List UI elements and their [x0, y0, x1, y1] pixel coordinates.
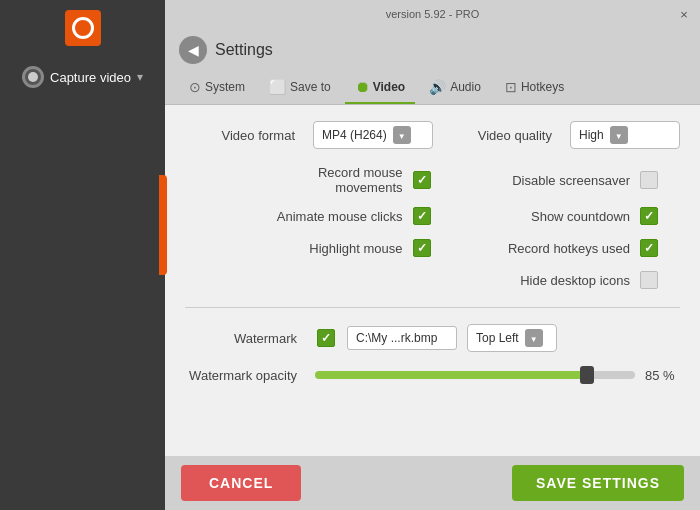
logo-circle	[72, 17, 94, 39]
option-hide-desktop-icons: Hide desktop icons	[433, 269, 681, 291]
disable-screensaver-check-icon[interactable]	[640, 171, 658, 189]
window-title: version 5.92 - PRO	[386, 8, 480, 20]
settings-panel: Video format MP4 (H264) Video quality Hi…	[165, 105, 700, 456]
main-content: version 5.92 - PRO × ◀ Settings ⊙ System…	[165, 0, 700, 510]
disable-screensaver-label: Disable screensaver	[512, 173, 630, 188]
video-quality-dropdown[interactable]: High	[570, 121, 680, 149]
video-quality-section: Video quality High	[442, 121, 680, 149]
format-label: Video format	[185, 128, 305, 143]
tab-bar: ⊙ System ⬜ Save to ⏺ Video 🔊 Audio ⊡ Hot…	[165, 72, 700, 105]
save-settings-button[interactable]: SAVE SETTINGS	[512, 465, 684, 501]
tab-video[interactable]: ⏺ Video	[345, 72, 415, 104]
watermark-position-value: Top Left	[476, 331, 519, 345]
show-countdown-check-icon[interactable]	[640, 207, 658, 225]
footer: CANCEL SAVE SETTINGS	[165, 456, 700, 510]
saveto-icon: ⬜	[269, 79, 286, 95]
animate-mouse-check-icon[interactable]	[413, 207, 431, 225]
settings-header: ◀ Settings	[165, 28, 700, 72]
system-icon: ⊙	[189, 79, 201, 95]
option-record-mouse: Record mousemovements	[185, 165, 433, 195]
close-button[interactable]: ×	[676, 6, 692, 22]
record-mouse-check-icon[interactable]	[413, 171, 431, 189]
record-hotkeys-label: Record hotkeys used	[508, 241, 630, 256]
watermark-label: Watermark	[185, 331, 305, 346]
animate-mouse-checkbox[interactable]	[411, 205, 433, 227]
option-empty-left	[185, 269, 433, 291]
watermark-checkbox[interactable]	[315, 327, 337, 349]
option-disable-screensaver: Disable screensaver	[433, 165, 681, 195]
hide-desktop-check-icon[interactable]	[640, 271, 658, 289]
tab-hotkeys-label: Hotkeys	[521, 80, 564, 94]
sidebar: Capture video ▾	[0, 0, 165, 510]
tab-save-to[interactable]: ⬜ Save to	[259, 72, 341, 104]
chevron-down-icon	[398, 130, 406, 141]
app-logo	[65, 10, 101, 46]
record-mouse-checkbox[interactable]	[411, 169, 433, 191]
settings-title: Settings	[215, 41, 273, 59]
highlight-mouse-label: Highlight mouse	[309, 241, 402, 256]
format-dropdown-arrow	[393, 126, 411, 144]
record-icon	[22, 66, 44, 88]
video-format-section: Video format MP4 (H264)	[185, 121, 433, 149]
record-hotkeys-check-icon[interactable]	[640, 239, 658, 257]
video-format-dropdown[interactable]: MP4 (H264)	[313, 121, 433, 149]
title-bar: version 5.92 - PRO ×	[165, 0, 700, 28]
opacity-label: Watermark opacity	[185, 368, 305, 383]
record-hotkeys-checkbox[interactable]	[638, 237, 660, 259]
quality-label: Video quality	[442, 128, 562, 143]
watermark-row: Watermark C:\My ...rk.bmp Top Left	[185, 324, 680, 352]
capture-video-button[interactable]: Capture video ▾	[8, 60, 157, 94]
video-icon: ⏺	[355, 79, 369, 95]
opacity-row: Watermark opacity 85 %	[185, 366, 680, 384]
chevron-down-icon-3	[530, 333, 538, 344]
opacity-slider-thumb[interactable]	[580, 366, 594, 384]
back-icon: ◀	[188, 42, 199, 58]
chevron-down-icon: ▾	[137, 70, 143, 84]
option-highlight-mouse: Highlight mouse	[185, 237, 433, 259]
divider	[185, 307, 680, 308]
opacity-value: 85 %	[645, 368, 680, 383]
animate-mouse-label: Animate mouse clicks	[277, 209, 403, 224]
watermark-path: C:\My ...rk.bmp	[347, 326, 457, 350]
main-window: Capture video ▾ version 5.92 - PRO × ◀ S…	[0, 0, 700, 510]
tab-audio[interactable]: 🔊 Audio	[419, 72, 491, 104]
format-quality-row: Video format MP4 (H264) Video quality Hi…	[185, 121, 680, 149]
format-value: MP4 (H264)	[322, 128, 387, 142]
tab-saveto-label: Save to	[290, 80, 331, 94]
tab-hotkeys[interactable]: ⊡ Hotkeys	[495, 72, 574, 104]
option-record-hotkeys: Record hotkeys used	[433, 237, 681, 259]
show-countdown-checkbox[interactable]	[638, 205, 660, 227]
disable-screensaver-checkbox[interactable]	[638, 169, 660, 191]
tab-system-label: System	[205, 80, 245, 94]
quality-value: High	[579, 128, 604, 142]
quality-dropdown-arrow	[610, 126, 628, 144]
option-animate-mouse: Animate mouse clicks	[185, 205, 433, 227]
tab-audio-label: Audio	[450, 80, 481, 94]
audio-icon: 🔊	[429, 79, 446, 95]
opacity-slider-container	[315, 366, 635, 384]
hide-desktop-label: Hide desktop icons	[520, 273, 630, 288]
hide-desktop-checkbox[interactable]	[638, 269, 660, 291]
tab-video-label: Video	[373, 80, 405, 94]
watermark-check-icon[interactable]	[317, 329, 335, 347]
record-icon-inner	[28, 72, 38, 82]
highlight-mouse-checkbox[interactable]	[411, 237, 433, 259]
watermark-position-dropdown[interactable]: Top Left	[467, 324, 557, 352]
option-show-countdown: Show countdown	[433, 205, 681, 227]
back-button[interactable]: ◀	[179, 36, 207, 64]
hotkeys-icon: ⊡	[505, 79, 517, 95]
record-mouse-label: Record mousemovements	[318, 165, 403, 195]
capture-label: Capture video	[50, 70, 131, 85]
sidebar-accent-bar	[159, 175, 167, 275]
cancel-button[interactable]: CANCEL	[181, 465, 301, 501]
chevron-down-icon-2	[615, 130, 623, 141]
options-grid: Record mousemovements Disable screensave…	[185, 165, 680, 291]
show-countdown-label: Show countdown	[531, 209, 630, 224]
tab-system[interactable]: ⊙ System	[179, 72, 255, 104]
opacity-slider-track	[315, 371, 635, 379]
position-dropdown-arrow	[525, 329, 543, 347]
highlight-mouse-check-icon[interactable]	[413, 239, 431, 257]
